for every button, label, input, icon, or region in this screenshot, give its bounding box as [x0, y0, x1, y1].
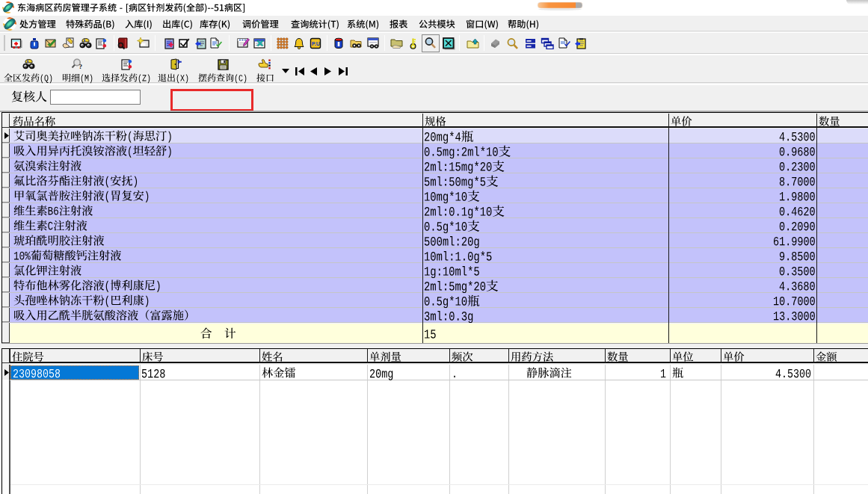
svg-text:P.U: P.U — [312, 41, 320, 46]
svg-text:?: ? — [79, 63, 83, 70]
